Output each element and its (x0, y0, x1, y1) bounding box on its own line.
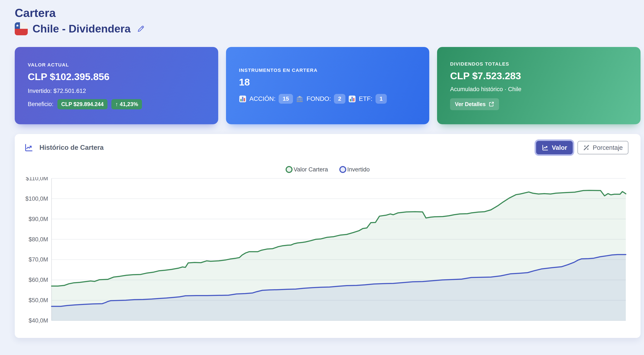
flag-star: ★ (15, 22, 20, 29)
etf-count-badge: 1 (376, 94, 387, 104)
legend-item-invertido[interactable]: Invertido (339, 166, 370, 173)
chart-legend: Valor Cartera Invertido (15, 166, 640, 173)
legend-item-valor-cartera[interactable]: Valor Cartera (286, 166, 328, 173)
bar-chart-icon (239, 95, 246, 103)
card-instrumentos: INSTRUMENTOS EN CARTERA 18 ACCIÓN: 15 FO… (226, 47, 430, 124)
instruments-breakdown: ACCIÓN: 15 FONDO: 2 ETF: 1 (239, 94, 416, 104)
bar-chart-icon (348, 95, 356, 103)
card-dividendos: DIVIDENDOS TOTALES CLP $7.523.283 Acumul… (437, 47, 640, 124)
benefit-amount-badge: CLP $29.894.244 (58, 99, 108, 109)
external-link-icon (489, 101, 494, 107)
page-title: Cartera (15, 0, 640, 19)
y-axis-tick-label: $50,0M (28, 297, 48, 304)
y-axis-tick-label: $90,0M (28, 216, 48, 222)
y-axis-tick-label: $40,0M (28, 317, 48, 324)
chart-mode-toggle: Valor Porcentaje (536, 141, 628, 154)
pencil-icon (137, 25, 145, 33)
accion-count-badge: 15 (279, 94, 293, 104)
chile-flag-icon: ★ (15, 22, 28, 35)
invested-line: Invertido: $72.501.612 (28, 88, 205, 94)
percent-icon (583, 144, 590, 151)
summary-cards-row: VALOR ACTUAL CLP $102.395.856 Invertido:… (15, 47, 640, 124)
y-axis-tick-label: $100,0M (25, 195, 48, 202)
porcentaje-toggle-button[interactable]: Porcentaje (578, 141, 628, 154)
bank-icon (296, 95, 303, 103)
ver-detalles-button[interactable]: Ver Detalles (450, 98, 499, 110)
chart-title: Histórico de Cartera (40, 144, 104, 152)
y-axis-tick-label: $110,0M (26, 177, 48, 182)
valor-toggle-button[interactable]: Valor (536, 141, 573, 154)
benefit-row: Beneficio: CLP $29.894.244 ↑ 41,23% (28, 99, 205, 109)
dividends-subtitle: Acumulado histórico · Chile (450, 86, 628, 93)
legend-swatch-invertido (339, 166, 346, 173)
chart-header: Histórico de Cartera Valor (15, 134, 640, 154)
fondo-count-badge: 2 (334, 94, 345, 104)
card-label: INSTRUMENTOS EN CARTERA (239, 67, 416, 73)
breakdown-label: ACCIÓN: (250, 95, 276, 102)
current-value: CLP $102.395.856 (28, 71, 205, 82)
benefit-label: Beneficio: (28, 101, 54, 108)
portfolio-subtitle-row: ★ Chile - Dividendera (15, 22, 640, 36)
benefit-percent-badge: ↑ 41,23% (112, 99, 142, 109)
y-axis-tick-label: $80,0M (28, 236, 48, 243)
breakdown-label: FONDO: (306, 95, 331, 102)
page: Cartera ★ Chile - Dividendera VALOR ACTU… (15, 0, 640, 338)
breakdown-label: ETF: (359, 95, 372, 102)
portfolio-history-chart: $110,0M$100,0M$90,0M$80,0M$70,0M$60,0M$5… (24, 177, 628, 324)
line-chart-icon (24, 143, 33, 152)
dividends-total: CLP $7.523.283 (450, 70, 628, 82)
line-chart-icon (542, 144, 549, 151)
y-axis-tick-label: $70,0M (28, 257, 48, 263)
y-axis-tick-label: $60,0M (28, 277, 48, 283)
up-arrow-icon: ↑ (115, 101, 118, 107)
card-valor-actual: VALOR ACTUAL CLP $102.395.856 Invertido:… (15, 47, 218, 124)
legend-swatch-valor-cartera (286, 166, 292, 173)
card-label: DIVIDENDOS TOTALES (450, 61, 628, 67)
instruments-count: 18 (239, 77, 416, 88)
card-label: VALOR ACTUAL (28, 62, 205, 68)
portfolio-history-panel: Histórico de Cartera Valor (15, 134, 640, 338)
edit-portfolio-button[interactable] (137, 25, 145, 33)
portfolio-name: Chile - Dividendera (32, 22, 131, 35)
